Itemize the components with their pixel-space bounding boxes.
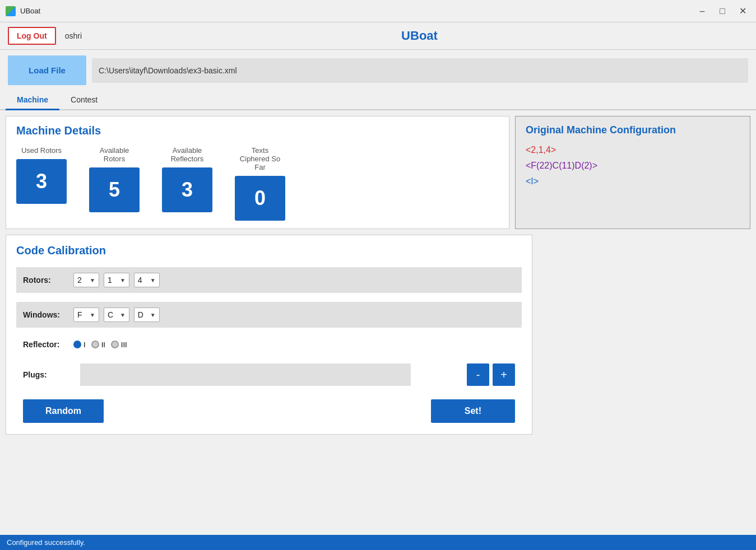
window-2-arrow: ▼ [120,312,126,318]
stat-texts-ciphered: TextsCiphered SoFar 0 [235,146,285,221]
stat-label-texts-ciphered: TextsCiphered SoFar [240,146,280,171]
original-config-panel: Original Machine Configuration <2,1,4> <… [515,116,750,229]
plugs-row: Plugs: - + [16,361,522,388]
window-1-dropdown[interactable]: F ▼ [73,307,99,322]
reflector-i[interactable]: I [73,341,86,349]
stat-value-used-rotors: 3 [16,159,67,204]
rotor-1-arrow: ▼ [90,277,95,283]
reflector-i-label: I [84,341,86,349]
machine-details-left: Machine Details Used Rotors 3 AvailableR… [16,124,499,221]
rotor-1-value: 2 [77,276,89,285]
stat-used-rotors: Used Rotors 3 [16,146,67,204]
reflector-ii-label: II [101,341,105,349]
load-file-button[interactable]: Load File [8,55,86,85]
plugs-buttons: - + [467,363,515,386]
bottom-row: Random Set! [16,397,522,425]
header: Log Out oshri UBoat [0,22,756,50]
rotor-3-arrow: ▼ [150,277,156,283]
stat-label-used-rotors: Used Rotors [21,146,62,155]
config-line-2: <F(22)C(11)D(2)> [526,161,740,171]
window-1-value: F [77,310,89,319]
plugs-input[interactable] [80,363,411,386]
rotors-row: Rotors: 2 ▼ 1 ▼ 4 ▼ [16,267,522,293]
machine-details-title: Machine Details [16,124,499,137]
rotor-1-dropdown[interactable]: 2 ▼ [73,273,99,287]
rotors-label: Rotors: [23,276,73,285]
windows-label: Windows: [23,310,73,319]
maximize-button[interactable]: □ [715,3,730,19]
windows-controls: F ▼ C ▼ D ▼ [73,307,160,322]
rotor-2-arrow: ▼ [120,277,126,283]
plugs-minus-button[interactable]: - [467,363,489,386]
close-button[interactable]: ✕ [735,3,750,19]
title-bar: UBoat – □ ✕ [0,0,756,22]
config-title: Original Machine Configuration [526,124,740,136]
reflector-iii-radio[interactable] [111,341,119,348]
rotor-2-value: 1 [108,276,119,285]
stat-label-available-rotors: AvailableRotors [100,146,129,163]
config-line-1: <2,1,4> [526,145,740,155]
status-message: Configured successfully. [7,538,85,547]
reflector-row: Reflector: I II III [16,337,522,352]
reflector-label: Reflector: [23,340,73,349]
stat-value-available-rotors: 5 [89,167,140,212]
file-row: Load File C:\Users\itayf\Downloads\ex3-b… [0,50,756,91]
tab-machine[interactable]: Machine [6,91,59,110]
status-bar: Configured successfully. [0,535,756,550]
window-3-value: D [138,310,149,319]
reflector-iii[interactable]: III [111,341,127,349]
app-title: UBoat [91,29,748,43]
window-title: UBoat [20,7,40,15]
rotor-3-value: 4 [138,276,149,285]
reflector-i-radio[interactable] [73,341,81,348]
reflector-radio-group: I II III [73,341,127,349]
reflector-ii-radio[interactable] [91,341,99,348]
set-button[interactable]: Set! [431,399,515,423]
tab-contest[interactable]: Contest [59,91,109,110]
tab-bar: Machine Contest [0,91,756,110]
reflector-ii[interactable]: II [91,341,105,349]
username-label: oshri [65,31,82,40]
rotor-3-dropdown[interactable]: 4 ▼ [134,273,160,287]
stats-row: Used Rotors 3 AvailableRotors 5 Availabl… [16,146,499,221]
stat-available-rotors: AvailableRotors 5 [89,146,140,212]
plugs-label: Plugs: [23,370,73,379]
plugs-plus-button[interactable]: + [493,363,515,386]
window-controls: – □ ✕ [694,3,750,19]
config-line-3: <I> [526,176,740,187]
file-path-display: C:\Users\itayf\Downloads\ex3-basic.xml [92,58,748,83]
reflector-iii-label: III [121,341,127,349]
window-2-dropdown[interactable]: C ▼ [104,307,129,322]
stat-value-available-reflectors: 3 [162,167,212,212]
rotors-controls: 2 ▼ 1 ▼ 4 ▼ [73,273,160,287]
stat-label-available-reflectors: AvailableReflectors [171,146,204,163]
app-icon [6,6,16,16]
stat-available-reflectors: AvailableReflectors 3 [162,146,212,212]
main-content: Machine Details Used Rotors 3 AvailableR… [0,110,756,440]
window-1-arrow: ▼ [90,312,95,318]
machine-details-panel: Machine Details Used Rotors 3 AvailableR… [6,116,509,229]
random-button[interactable]: Random [23,399,104,423]
window-2-value: C [108,310,119,319]
top-panels: Machine Details Used Rotors 3 AvailableR… [6,116,750,229]
windows-row: Windows: F ▼ C ▼ D ▼ [16,302,522,328]
window-3-dropdown[interactable]: D ▼ [134,307,160,322]
window-3-arrow: ▼ [150,312,156,318]
stat-value-texts-ciphered: 0 [235,176,285,221]
logout-button[interactable]: Log Out [8,27,56,45]
calibration-panel: Code Calibration Rotors: 2 ▼ 1 ▼ 4 ▼ [6,235,532,435]
rotor-2-dropdown[interactable]: 1 ▼ [104,273,129,287]
calibration-title: Code Calibration [16,244,522,257]
minimize-button[interactable]: – [694,3,710,19]
